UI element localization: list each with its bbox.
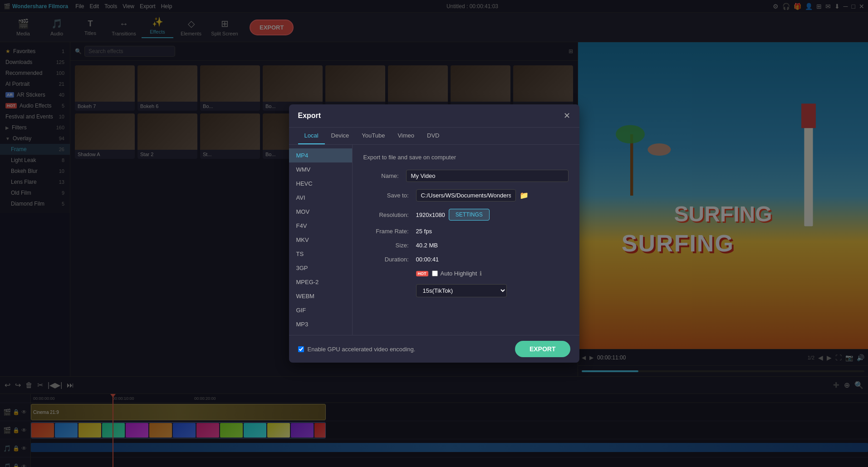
highlight-select-row: 15s(TikTok) xyxy=(363,284,569,297)
framerate-row: Frame Rate: 25 fps xyxy=(363,228,569,235)
modal-close-button[interactable]: ✕ xyxy=(564,111,570,121)
modal-overlay: Export ✕ Local Device YouTube Vimeo DVD … xyxy=(0,0,868,467)
format-3gp[interactable]: 3GP xyxy=(289,261,352,275)
export-modal: Export ✕ Local Device YouTube Vimeo DVD … xyxy=(289,104,579,363)
hot-badge-highlight: HOT xyxy=(416,271,428,276)
saveto-value-container: 📁 xyxy=(416,189,529,202)
resolution-value: 1920x1080 xyxy=(416,211,445,218)
format-mov[interactable]: MOV xyxy=(289,205,352,219)
format-avi[interactable]: AVI xyxy=(289,191,352,205)
export-subtitle: Export to file and save on computer xyxy=(363,154,569,161)
format-f4v[interactable]: F4V xyxy=(289,219,352,233)
auto-highlight-row: HOT Auto Highlight ℹ xyxy=(363,270,569,277)
resolution-value-container: 1920x1080 SETTINGS xyxy=(416,209,490,221)
auto-highlight-checkbox-container: Auto Highlight ℹ xyxy=(432,270,482,277)
tab-device[interactable]: Device xyxy=(325,128,356,144)
format-ts[interactable]: TS xyxy=(289,247,352,261)
duration-value: 00:00:41 xyxy=(416,256,569,263)
framerate-value: 25 fps xyxy=(416,228,569,235)
resolution-settings-button[interactable]: SETTINGS xyxy=(449,209,490,221)
format-list: MP4 WMV HEVC AVI MOV F4V MKV TS 3GP MPEG… xyxy=(289,145,353,335)
auto-highlight-checkbox[interactable] xyxy=(432,270,438,276)
tab-dvd[interactable]: DVD xyxy=(421,128,446,144)
size-value: 40.2 MB xyxy=(416,242,569,249)
name-input[interactable] xyxy=(406,170,569,182)
saveto-label: Save to: xyxy=(363,192,409,199)
format-mp4[interactable]: MP4 xyxy=(289,148,352,162)
name-label: Name: xyxy=(363,172,399,179)
framerate-label: Frame Rate: xyxy=(363,228,409,235)
modal-tabs: Local Device YouTube Vimeo DVD xyxy=(289,128,579,145)
info-icon[interactable]: ℹ xyxy=(480,270,482,277)
duration-row: Duration: 00:00:41 xyxy=(363,256,569,263)
saveto-row: Save to: 📁 xyxy=(363,189,569,202)
format-gif[interactable]: GIF xyxy=(289,303,352,317)
gpu-checkbox-container: Enable GPU accelerated video encoding. xyxy=(298,346,416,353)
modal-header: Export ✕ xyxy=(289,104,579,128)
format-mpeg2[interactable]: MPEG-2 xyxy=(289,275,352,289)
format-webm[interactable]: WEBM xyxy=(289,289,352,303)
modal-footer: Enable GPU accelerated video encoding. E… xyxy=(289,335,579,363)
export-modal-button[interactable]: EXPORT xyxy=(515,341,570,357)
highlight-duration-select[interactable]: 15s(TikTok) xyxy=(416,284,507,297)
auto-highlight-label: Auto Highlight xyxy=(441,270,477,277)
gpu-label: Enable GPU accelerated video encoding. xyxy=(308,346,416,353)
format-hevc[interactable]: HEVC xyxy=(289,177,352,191)
format-mkv[interactable]: MKV xyxy=(289,233,352,247)
saveto-input[interactable] xyxy=(416,189,516,202)
name-row: Name: xyxy=(363,170,569,182)
format-wmv[interactable]: WMV xyxy=(289,162,352,177)
resolution-label: Resolution: xyxy=(363,211,409,218)
resolution-row: Resolution: 1920x1080 SETTINGS xyxy=(363,209,569,221)
duration-label: Duration: xyxy=(363,256,409,263)
size-label: Size: xyxy=(363,242,409,249)
tab-vimeo[interactable]: Vimeo xyxy=(391,128,421,144)
size-row: Size: 40.2 MB xyxy=(363,242,569,249)
modal-title: Export xyxy=(298,112,321,120)
gpu-checkbox[interactable] xyxy=(298,346,304,352)
format-mp3[interactable]: MP3 xyxy=(289,317,352,331)
tab-local[interactable]: Local xyxy=(298,128,325,144)
format-settings: Export to file and save on computer Name… xyxy=(353,145,579,335)
browse-folder-button[interactable]: 📁 xyxy=(520,191,529,200)
tab-youtube[interactable]: YouTube xyxy=(355,128,391,144)
modal-body: MP4 WMV HEVC AVI MOV F4V MKV TS 3GP MPEG… xyxy=(289,145,579,335)
